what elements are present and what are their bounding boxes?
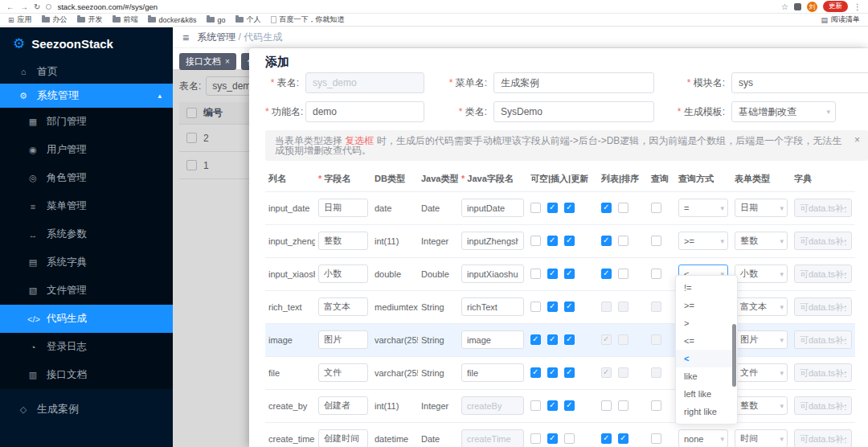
nullable-checkbox[interactable] <box>530 433 541 444</box>
sidebar-item-system-dict[interactable]: ▤系统字典 <box>0 248 173 277</box>
sidebar-item-menu-management[interactable]: ≡菜单管理 <box>0 192 173 220</box>
field-name-input[interactable] <box>318 429 368 447</box>
bookmark-item[interactable]: ⊞应用 <box>8 14 32 25</box>
sort-checkbox[interactable] <box>618 203 628 213</box>
field-name-input[interactable] <box>318 330 368 349</box>
java-field-input[interactable] <box>461 199 524 217</box>
bookmark-star-icon[interactable]: ☆ <box>781 2 788 11</box>
insert-checkbox[interactable] <box>547 433 558 444</box>
query-checkbox[interactable] <box>651 269 661 279</box>
breadcrumb-parent[interactable]: 系统管理 <box>197 31 235 43</box>
sidebar-item-gen-case[interactable]: ◇生成案例 <box>0 397 173 421</box>
browser-menu-icon[interactable]: ⋮ <box>854 2 862 11</box>
java-field-input[interactable] <box>461 363 524 382</box>
field-name-input[interactable] <box>318 396 368 415</box>
sidebar-item-api-docs[interactable]: ▥接口文档 <box>0 361 173 389</box>
form-type-select[interactable]: 富文本 ▾ <box>735 297 788 316</box>
insert-checkbox[interactable] <box>547 301 558 312</box>
insert-checkbox[interactable] <box>547 269 558 279</box>
dropdown-option[interactable]: right like <box>676 403 737 420</box>
bookmark-item[interactable]: 个人 <box>235 14 261 25</box>
form-type-select[interactable]: 时间 ▾ <box>735 429 788 447</box>
insert-checkbox[interactable] <box>547 203 558 213</box>
nullable-checkbox[interactable] <box>530 269 541 279</box>
update-checkbox[interactable] <box>564 203 575 213</box>
update-checkbox[interactable] <box>564 236 575 246</box>
sidebar-item-code-generation[interactable]: </>代码生成 <box>0 305 173 333</box>
bookmark-item[interactable]: 百度一下，你就知道 <box>271 14 345 25</box>
sidebar-item-login-log[interactable]: ◔登录日志 <box>0 333 173 361</box>
dropdown-option[interactable]: left like <box>676 385 737 403</box>
class-name-field[interactable] <box>493 101 654 122</box>
tab-api-docs[interactable]: 接口文档 × <box>179 53 236 70</box>
insert-checkbox[interactable] <box>547 334 558 345</box>
chrome-update-button[interactable]: 更新 <box>823 1 848 12</box>
function-name-field[interactable] <box>305 101 424 122</box>
list-checkbox[interactable] <box>601 269 612 279</box>
list-checkbox[interactable] <box>601 433 612 444</box>
java-field-input[interactable] <box>461 330 524 349</box>
sidebar-item-file-management[interactable]: ▧文件管理 <box>0 277 173 305</box>
insert-checkbox[interactable] <box>547 400 558 411</box>
nullable-checkbox[interactable] <box>530 367 541 378</box>
sidebar-item-system-params[interactable]: ↔系统参数 <box>0 220 173 248</box>
bookmark-item[interactable]: docker&k8s <box>148 16 197 24</box>
update-checkbox[interactable] <box>564 367 575 378</box>
update-checkbox[interactable] <box>564 433 575 444</box>
dropdown-option[interactable]: <= <box>676 332 737 350</box>
tab-close-icon[interactable]: × <box>225 57 230 66</box>
site-info-icon[interactable] <box>46 4 51 10</box>
dropdown-option[interactable]: != <box>676 279 737 297</box>
query-checkbox[interactable] <box>651 236 661 246</box>
query-type-select[interactable]: = ▾ <box>678 199 728 217</box>
nullable-checkbox[interactable] <box>530 203 541 213</box>
field-name-input[interactable] <box>318 363 368 382</box>
form-type-select[interactable]: 图片 ▾ <box>735 330 788 349</box>
sidebar-item-dept-management[interactable]: ▦部门管理 <box>0 108 173 136</box>
update-checkbox[interactable] <box>564 334 575 345</box>
query-type-select[interactable]: >= ▾ <box>678 232 728 250</box>
form-type-select[interactable]: 整数 ▾ <box>735 396 788 415</box>
dropdown-option[interactable]: > <box>676 314 737 332</box>
dropdown-option[interactable]: >= <box>676 297 737 314</box>
java-field-input[interactable] <box>461 232 524 250</box>
form-type-select[interactable]: 日期 ▾ <box>735 199 788 217</box>
field-name-input[interactable] <box>318 265 368 283</box>
update-checkbox[interactable] <box>564 301 575 312</box>
nullable-checkbox[interactable] <box>530 301 541 312</box>
java-field-input[interactable] <box>461 297 524 316</box>
field-name-input[interactable] <box>318 199 368 217</box>
nullable-checkbox[interactable] <box>530 236 541 246</box>
dropdown-option[interactable]: like <box>676 367 737 385</box>
query-checkbox[interactable] <box>651 433 661 444</box>
hamburger-icon[interactable]: ≡ <box>182 31 189 44</box>
bookmark-item[interactable]: 前端 <box>113 14 138 25</box>
dropdown-option[interactable]: < <box>676 350 737 367</box>
extensions-icon[interactable] <box>794 3 801 10</box>
nullable-checkbox[interactable] <box>530 400 541 411</box>
list-checkbox[interactable] <box>601 236 612 246</box>
form-type-select[interactable]: 文件 ▾ <box>735 363 788 382</box>
field-name-input[interactable] <box>318 232 368 250</box>
profile-avatar[interactable]: 刘 <box>807 2 817 12</box>
insert-checkbox[interactable] <box>547 236 558 246</box>
module-name-field[interactable] <box>731 72 868 93</box>
back-icon[interactable]: ← <box>6 2 14 11</box>
insert-checkbox[interactable] <box>547 367 558 378</box>
list-checkbox[interactable] <box>601 203 612 213</box>
form-type-select[interactable]: 整数 ▾ <box>735 232 788 250</box>
nullable-checkbox[interactable] <box>530 334 541 345</box>
bookmark-item[interactable]: go <box>207 16 226 24</box>
sort-checkbox[interactable] <box>618 400 628 411</box>
reading-list-button[interactable]: ▤ 阅读清单 <box>821 14 860 25</box>
sidebar-item-role-management[interactable]: ◎角色管理 <box>0 164 173 192</box>
sidebar-item-home[interactable]: ⌂首页 <box>0 59 173 84</box>
menu-name-field[interactable] <box>493 72 654 93</box>
template-select[interactable]: 基础增删改查 ▾ <box>731 101 836 122</box>
forward-icon[interactable]: → <box>20 2 28 11</box>
bookmark-item[interactable]: 办公 <box>42 14 68 25</box>
java-field-input[interactable] <box>461 265 524 283</box>
query-type-select[interactable]: none ▾ <box>678 429 728 447</box>
list-checkbox[interactable] <box>601 400 612 411</box>
sidebar-item-user-management[interactable]: ◉用户管理 <box>0 136 173 164</box>
